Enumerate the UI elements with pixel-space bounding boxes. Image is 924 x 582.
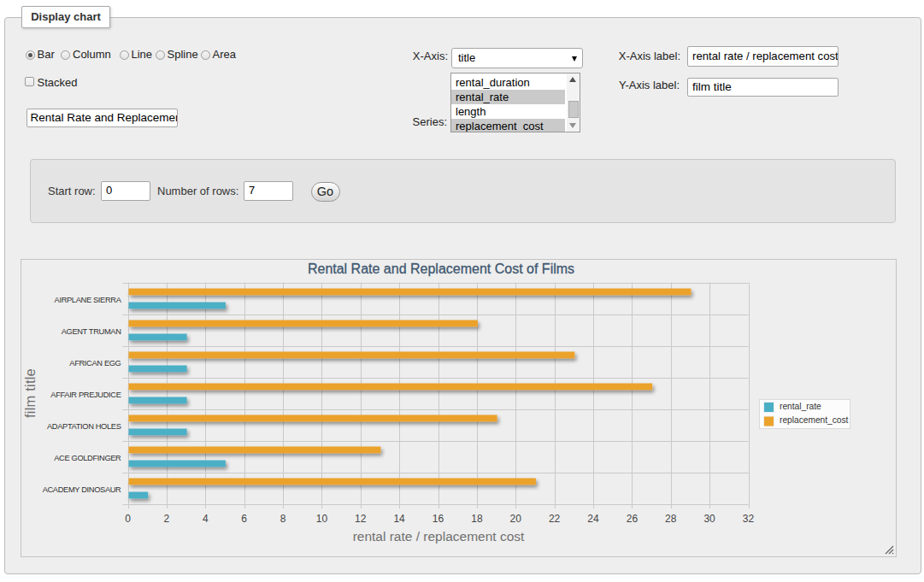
svg-text:AFFAIR PREJUDICE: AFFAIR PREJUDICE: [50, 391, 121, 399]
svg-text:rental_rate: rental_rate: [780, 402, 821, 411]
svg-text:AGENT TRUMAN: AGENT TRUMAN: [62, 327, 121, 336]
svg-text:6: 6: [241, 513, 247, 525]
svg-text:22: 22: [549, 513, 561, 525]
svg-text:32: 32: [743, 513, 755, 525]
svg-text:28: 28: [665, 513, 677, 525]
svg-text:20: 20: [510, 513, 522, 525]
svg-text:AIRPLANE SIERRA: AIRPLANE SIERRA: [55, 296, 122, 304]
svg-text:Rental Rate and Replacement Co: Rental Rate and Replacement Cost of Film…: [308, 262, 574, 276]
svg-text:replacement_cost: replacement_cost: [780, 415, 849, 425]
svg-text:14: 14: [393, 513, 405, 525]
svg-text:18: 18: [471, 513, 483, 525]
svg-text:2: 2: [164, 513, 170, 525]
svg-text:16: 16: [433, 513, 444, 525]
svg-text:0: 0: [125, 513, 131, 525]
svg-text:8: 8: [280, 513, 286, 525]
svg-text:12: 12: [355, 513, 367, 525]
svg-text:4: 4: [203, 513, 209, 525]
svg-text:AFRICAN EGG: AFRICAN EGG: [69, 359, 121, 367]
svg-text:rental rate / replacement cost: rental rate / replacement cost: [353, 529, 525, 544]
svg-text:26: 26: [627, 513, 639, 525]
svg-text:ADAPTATION HOLES: ADAPTATION HOLES: [47, 422, 121, 431]
svg-text:24: 24: [587, 513, 599, 525]
svg-text:30: 30: [703, 513, 715, 525]
svg-text:ACE GOLDFINGER: ACE GOLDFINGER: [54, 454, 121, 462]
svg-text:10: 10: [316, 513, 328, 525]
svg-text:ACADEMY DINOSAUR: ACADEMY DINOSAUR: [43, 485, 121, 494]
svg-text:film title: film title: [22, 368, 38, 418]
